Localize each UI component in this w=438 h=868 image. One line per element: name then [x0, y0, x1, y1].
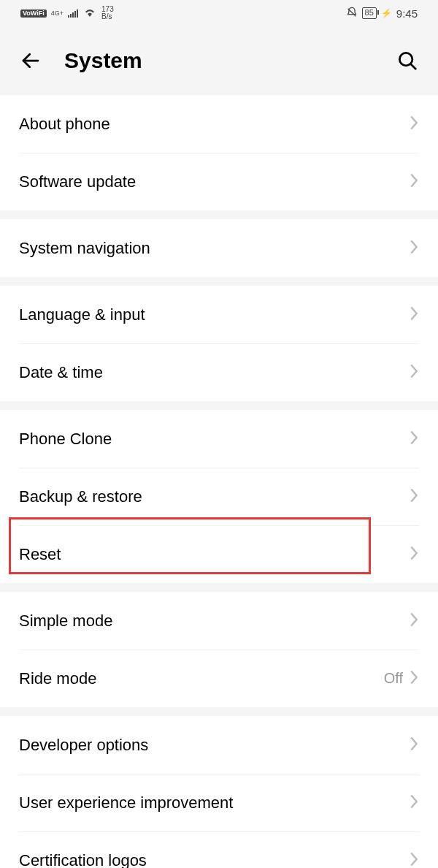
svg-line-2	[410, 64, 415, 69]
clock: 9:45	[396, 7, 418, 20]
status-left: VoWiFi 4G+ 173 B/s	[20, 6, 114, 20]
row-user-experience[interactable]: User experience improvement	[0, 774, 438, 831]
list-item-label: About phone	[19, 115, 409, 134]
list-item-label: Date & time	[19, 363, 409, 382]
group-developer: Developer options User experience improv…	[0, 716, 438, 868]
status-bar: VoWiFi 4G+ 173 B/s 85 ⚡ 9:45	[0, 0, 438, 26]
network-type: 4G+	[51, 10, 64, 17]
list-item-label: Developer options	[19, 736, 409, 755]
row-simple-mode[interactable]: Simple mode	[0, 592, 438, 650]
charging-icon: ⚡	[381, 8, 392, 18]
page-title: System	[64, 48, 374, 73]
list-item-label: System navigation	[19, 239, 409, 258]
row-reset[interactable]: Reset	[0, 525, 438, 583]
group-reset: Phone Clone Backup & restore Reset	[0, 410, 438, 583]
group-mode: Simple mode Ride mode Off	[0, 592, 438, 707]
mute-icon	[346, 7, 358, 20]
chevron-right-icon	[409, 545, 419, 564]
chevron-right-icon	[409, 305, 419, 324]
row-language-input[interactable]: Language & input	[0, 286, 438, 343]
settings-list: About phone Software update System navig…	[0, 95, 438, 868]
list-item-label: Certification logos	[19, 851, 409, 869]
row-about-phone[interactable]: About phone	[0, 95, 438, 153]
battery-icon: 85	[362, 7, 377, 18]
group-about: About phone Software update	[0, 95, 438, 210]
list-item-label: Simple mode	[19, 612, 409, 631]
row-phone-clone[interactable]: Phone Clone	[0, 410, 438, 468]
list-item-label: Ride mode	[19, 669, 384, 688]
header: System	[0, 26, 438, 95]
signal-icon	[68, 9, 78, 18]
chevron-right-icon	[409, 669, 419, 688]
chevron-right-icon	[409, 736, 419, 755]
row-system-navigation[interactable]: System navigation	[0, 219, 438, 277]
row-backup-restore[interactable]: Backup & restore	[0, 468, 438, 525]
chevron-right-icon	[409, 430, 419, 449]
row-certification-logos[interactable]: Certification logos	[0, 831, 438, 868]
list-item-label: Backup & restore	[19, 487, 409, 506]
chevron-right-icon	[409, 793, 419, 812]
network-speed: 173 B/s	[101, 6, 114, 20]
row-developer-options[interactable]: Developer options	[0, 716, 438, 774]
chevron-right-icon	[409, 239, 419, 258]
back-button[interactable]	[18, 47, 44, 74]
list-item-label: Phone Clone	[19, 430, 409, 449]
list-item-label: Language & input	[19, 305, 409, 324]
chevron-right-icon	[409, 851, 419, 869]
vowifi-badge: VoWiFi	[20, 9, 47, 18]
chevron-right-icon	[409, 487, 419, 506]
chevron-right-icon	[409, 612, 419, 631]
chevron-right-icon	[409, 363, 419, 382]
search-button[interactable]	[394, 47, 420, 74]
row-date-time[interactable]: Date & time	[0, 343, 438, 401]
status-right: 85 ⚡ 9:45	[346, 7, 418, 20]
list-item-value: Off	[384, 670, 403, 687]
row-ride-mode[interactable]: Ride mode Off	[0, 650, 438, 707]
wifi-icon	[84, 7, 96, 19]
group-language: Language & input Date & time	[0, 286, 438, 401]
list-item-label: Software update	[19, 172, 409, 191]
chevron-right-icon	[409, 172, 419, 191]
list-item-label: User experience improvement	[19, 793, 409, 812]
group-navigation: System navigation	[0, 219, 438, 277]
row-software-update[interactable]: Software update	[0, 153, 438, 210]
chevron-right-icon	[409, 115, 419, 134]
list-item-label: Reset	[19, 545, 409, 564]
